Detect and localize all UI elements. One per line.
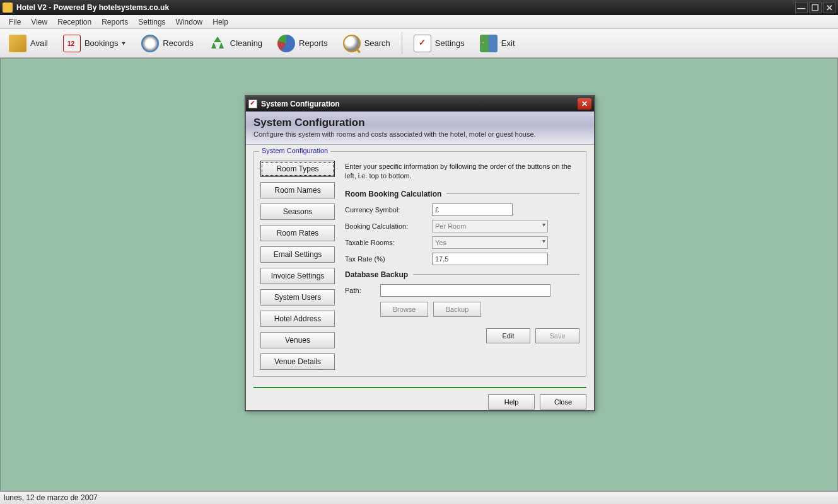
search-icon bbox=[343, 35, 361, 52]
dialog-body: System Configuration Room Types Room Nam… bbox=[246, 145, 594, 383]
calc-select[interactable]: Per Room bbox=[432, 220, 548, 232]
toolbar-settings-label: Settings bbox=[435, 38, 465, 48]
records-icon bbox=[141, 35, 159, 52]
section-booking-calc: Room Booking Calculation bbox=[345, 190, 579, 198]
maximize-button[interactable]: ❐ bbox=[809, 2, 822, 13]
minimize-button[interactable]: — bbox=[795, 2, 808, 13]
dialog-titlebar[interactable]: System Configuration ✕ bbox=[246, 96, 594, 112]
currency-input[interactable] bbox=[432, 203, 513, 216]
exit-icon bbox=[480, 35, 498, 52]
dialog-title: System Configuration bbox=[261, 100, 578, 108]
dialog-header: System Configuration Configure this syst… bbox=[246, 112, 594, 145]
section-divider bbox=[446, 193, 579, 194]
nav-room-names[interactable]: Room Names bbox=[260, 182, 335, 198]
toolbar-avail[interactable]: Avail bbox=[4, 32, 53, 55]
toolbar-cleaning[interactable]: Cleaning bbox=[204, 32, 267, 55]
toolbar-exit-label: Exit bbox=[501, 38, 515, 48]
toolbar: Avail Bookings ▼ Records Cleaning Report… bbox=[0, 29, 838, 58]
taxrate-label: Tax Rate (%) bbox=[345, 255, 432, 263]
piechart-icon bbox=[277, 35, 295, 52]
close-dialog-button[interactable]: Close bbox=[540, 394, 586, 410]
chevron-down-icon: ▼ bbox=[120, 40, 126, 47]
toolbar-separator bbox=[402, 32, 402, 55]
toolbar-reports[interactable]: Reports bbox=[272, 32, 333, 55]
nav-invoice-settings[interactable]: Invoice Settings bbox=[260, 268, 335, 284]
fieldset-legend: System Configuration bbox=[259, 147, 330, 154]
toolbar-reports-label: Reports bbox=[299, 38, 328, 48]
app-icon bbox=[3, 3, 13, 13]
nav-room-types[interactable]: Room Types bbox=[260, 161, 335, 177]
settings-icon bbox=[414, 35, 431, 52]
menu-file[interactable]: File bbox=[4, 16, 26, 28]
config-fieldset: System Configuration Room Types Room Nam… bbox=[253, 151, 586, 377]
menu-reception[interactable]: Reception bbox=[52, 16, 96, 28]
nav-venue-details[interactable]: Venue Details bbox=[260, 353, 335, 370]
menu-settings[interactable]: Settings bbox=[133, 16, 170, 28]
menubar: File View Reception Reports Settings Win… bbox=[0, 15, 838, 29]
toolbar-bookings-label: Bookings bbox=[84, 38, 118, 48]
toolbar-records[interactable]: Records bbox=[136, 32, 198, 55]
nav-system-users[interactable]: System Users bbox=[260, 289, 335, 306]
close-button[interactable]: ✕ bbox=[823, 2, 835, 13]
nav-hotel-address[interactable]: Hotel Address bbox=[260, 311, 335, 327]
main-titlebar: Hotel V2 - Powered By hotelsystems.co.uk… bbox=[0, 0, 838, 15]
toolbar-search[interactable]: Search bbox=[338, 32, 395, 55]
menu-window[interactable]: Window bbox=[171, 16, 208, 28]
dialog-header-subtitle: Configure this system with rooms and cos… bbox=[253, 130, 586, 138]
statusbar: lunes, 12 de marzo de 2007 bbox=[0, 491, 838, 504]
section-divider bbox=[413, 274, 579, 275]
section-backup-label: Database Backup bbox=[345, 270, 408, 279]
menu-view[interactable]: View bbox=[26, 16, 52, 28]
taxable-select[interactable]: Yes bbox=[432, 236, 548, 249]
dialog-footer: Help Close bbox=[246, 388, 594, 416]
save-button[interactable]: Save bbox=[535, 328, 579, 343]
config-content: Enter your specific information by follo… bbox=[345, 161, 579, 370]
nav-email-settings[interactable]: Email Settings bbox=[260, 246, 335, 263]
taxable-label: Taxable Rooms: bbox=[345, 239, 432, 246]
path-label: Path: bbox=[345, 287, 380, 294]
backup-button[interactable]: Backup bbox=[433, 302, 481, 317]
toolbar-records-label: Records bbox=[163, 38, 193, 48]
system-configuration-dialog: System Configuration ✕ System Configurat… bbox=[245, 95, 595, 411]
recycle-icon bbox=[209, 35, 226, 52]
workspace: System Configuration ✕ System Configurat… bbox=[0, 58, 838, 491]
dialog-icon bbox=[248, 100, 257, 108]
toolbar-settings[interactable]: Settings bbox=[409, 32, 470, 55]
toolbar-exit[interactable]: Exit bbox=[475, 32, 520, 55]
path-input[interactable] bbox=[380, 284, 550, 297]
toolbar-search-label: Search bbox=[364, 38, 390, 48]
section-booking-label: Room Booking Calculation bbox=[345, 190, 441, 198]
toolbar-bookings[interactable]: Bookings ▼ bbox=[58, 32, 131, 55]
toolbar-cleaning-label: Cleaning bbox=[230, 38, 262, 48]
dialog-header-title: System Configuration bbox=[253, 117, 586, 129]
nav-room-rates[interactable]: Room Rates bbox=[260, 225, 335, 241]
window-title: Hotel V2 - Powered By hotelsystems.co.uk bbox=[16, 3, 795, 12]
menu-help[interactable]: Help bbox=[207, 16, 233, 28]
avail-icon bbox=[9, 35, 26, 52]
section-backup: Database Backup bbox=[345, 270, 579, 279]
help-button[interactable]: Help bbox=[488, 394, 535, 410]
menu-reports[interactable]: Reports bbox=[96, 16, 133, 28]
toolbar-avail-label: Avail bbox=[30, 38, 48, 48]
edit-button[interactable]: Edit bbox=[486, 328, 530, 343]
config-nav: Room Types Room Names Seasons Room Rates… bbox=[260, 161, 335, 370]
nav-seasons[interactable]: Seasons bbox=[260, 203, 335, 220]
calc-label: Booking Calculation: bbox=[345, 222, 432, 230]
currency-label: Currency Symbol: bbox=[345, 206, 432, 214]
intro-text: Enter your specific information by follo… bbox=[345, 162, 579, 181]
taxrate-input[interactable] bbox=[432, 253, 548, 265]
status-date: lunes, 12 de marzo de 2007 bbox=[4, 493, 98, 502]
dialog-close-button[interactable]: ✕ bbox=[578, 98, 591, 110]
browse-button[interactable]: Browse bbox=[380, 302, 428, 317]
calendar-icon bbox=[63, 35, 81, 52]
nav-venues[interactable]: Venues bbox=[260, 332, 335, 348]
